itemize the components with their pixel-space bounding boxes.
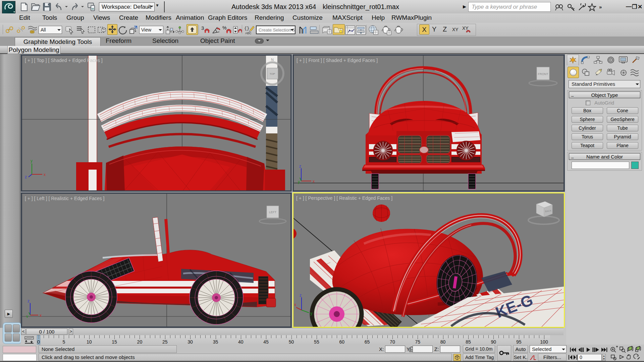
svg-text:x: x <box>40 313 42 318</box>
svg-text:{}: {} <box>244 26 250 31</box>
svg-text:z: z <box>25 175 27 179</box>
svg-text:x: x <box>313 179 315 184</box>
svg-text:x: x <box>294 302 296 307</box>
svg-text:z: z <box>28 299 30 303</box>
svg-text:x: x <box>44 172 46 177</box>
svg-text:y: y <box>310 311 312 316</box>
svg-text:3: 3 <box>201 25 204 31</box>
svg-text:z: z <box>300 293 302 298</box>
svg-text:z: z <box>299 164 301 169</box>
svg-text:N: N <box>271 58 274 62</box>
svg-text:y: y <box>31 159 33 163</box>
svg-text:TOP: TOP <box>270 72 275 75</box>
svg-text:FRONT: FRONT <box>538 72 548 76</box>
svg-text:v: v <box>26 314 28 319</box>
svg-text:%: % <box>222 25 226 31</box>
svg-text:ABC: ABC <box>245 32 252 35</box>
svg-text:y: y <box>298 179 300 184</box>
svg-text:LEFT: LEFT <box>269 210 277 214</box>
